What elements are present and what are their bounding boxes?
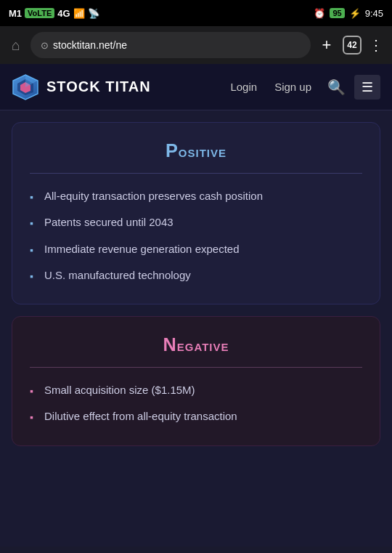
nav-logo: STOCK TITAN xyxy=(12,73,223,101)
negative-items-list: ▪ Small acquisition size ($1.15M) ▪ Dilu… xyxy=(30,382,362,425)
positive-item-2: Patents secured until 2043 xyxy=(44,214,173,230)
status-bar: M1 VoLTE 4G 📶 📡 ⏰ 95 ⚡ 9:45 xyxy=(0,0,392,26)
stocktitan-logo-icon xyxy=(12,73,39,101)
signal-bars-icon: 📶 xyxy=(73,8,85,19)
nav-links: Login Sign up 🔍 ☰ xyxy=(223,74,380,100)
negative-item-1: Small acquisition size ($1.15M) xyxy=(44,382,195,398)
positive-card: Positive ▪ All-equity transaction preser… xyxy=(12,122,380,304)
positive-card-divider xyxy=(30,173,362,174)
battery-bolt-icon: ⚡ xyxy=(349,8,361,19)
list-item: ▪ Patents secured until 2043 xyxy=(30,214,362,230)
wifi-icon: 📡 xyxy=(88,8,99,19)
nav-brand-name: STOCK TITAN xyxy=(46,78,151,95)
browser-add-tab-button[interactable]: + xyxy=(317,36,337,55)
list-item: ▪ Immediate revenue generation expected xyxy=(30,241,362,257)
nav-search-button[interactable]: 🔍 xyxy=(322,74,351,100)
list-item: ▪ Small acquisition size ($1.15M) xyxy=(30,382,362,398)
bullet-icon: ▪ xyxy=(30,384,37,398)
browser-menu-button[interactable]: ⋮ xyxy=(367,36,385,54)
browser-bar: ⌂ ⊙ stocktitan.net/ne + 42 ⋮ xyxy=(0,26,392,64)
positive-items-list: ▪ All-equity transaction preserves cash … xyxy=(30,188,362,283)
list-item: ▪ Dilutive effect from all-equity transa… xyxy=(30,408,362,424)
browser-home-icon[interactable]: ⌂ xyxy=(7,37,25,54)
bullet-icon: ▪ xyxy=(30,216,37,230)
main-content: Positive ▪ All-equity transaction preser… xyxy=(0,110,392,546)
list-item: ▪ U.S. manufactured technology xyxy=(30,267,362,283)
negative-title-initial: N xyxy=(163,334,176,355)
nav-menu-button[interactable]: ☰ xyxy=(354,75,380,100)
browser-url-text: stocktitan.net/ne xyxy=(53,39,127,51)
positive-title-rest: ositive xyxy=(179,142,226,161)
status-right: ⏰ 95 ⚡ 9:45 xyxy=(314,8,383,19)
negative-title-rest: egative xyxy=(177,336,229,355)
positive-item-1: All-equity transaction preserves cash po… xyxy=(44,188,263,204)
nav-login-link[interactable]: Login xyxy=(223,76,264,97)
signal-text: 4G xyxy=(57,8,70,19)
positive-item-3: Immediate revenue generation expected xyxy=(44,241,240,257)
bullet-icon: ▪ xyxy=(30,269,37,283)
browser-url-bar[interactable]: ⊙ stocktitan.net/ne xyxy=(30,32,311,58)
negative-card: Negative ▪ Small acquisition size ($1.15… xyxy=(12,316,380,446)
bullet-icon: ▪ xyxy=(30,410,37,424)
battery-percent: 95 xyxy=(330,8,344,18)
nav-bar: STOCK TITAN Login Sign up 🔍 ☰ xyxy=(0,64,392,110)
nav-signup-link[interactable]: Sign up xyxy=(267,76,319,97)
positive-item-4: U.S. manufactured technology xyxy=(44,267,191,283)
negative-card-title: Negative xyxy=(30,334,362,355)
time-display: 9:45 xyxy=(365,8,383,19)
browser-security-icon: ⊙ xyxy=(41,40,49,51)
list-item: ▪ All-equity transaction preserves cash … xyxy=(30,188,362,204)
volte-badge: VoLTE xyxy=(25,8,54,18)
carrier-text: M1 xyxy=(9,8,22,19)
negative-card-divider xyxy=(30,367,362,368)
status-carrier: M1 VoLTE 4G 📶 📡 xyxy=(9,8,99,19)
browser-tab-count[interactable]: 42 xyxy=(343,36,362,55)
negative-item-2: Dilutive effect from all-equity transact… xyxy=(44,408,237,424)
alarm-icon: ⏰ xyxy=(314,8,325,19)
bullet-icon: ▪ xyxy=(30,243,37,257)
positive-title-initial: P xyxy=(166,140,179,161)
bullet-icon: ▪ xyxy=(30,190,37,204)
positive-card-title: Positive xyxy=(30,140,362,161)
